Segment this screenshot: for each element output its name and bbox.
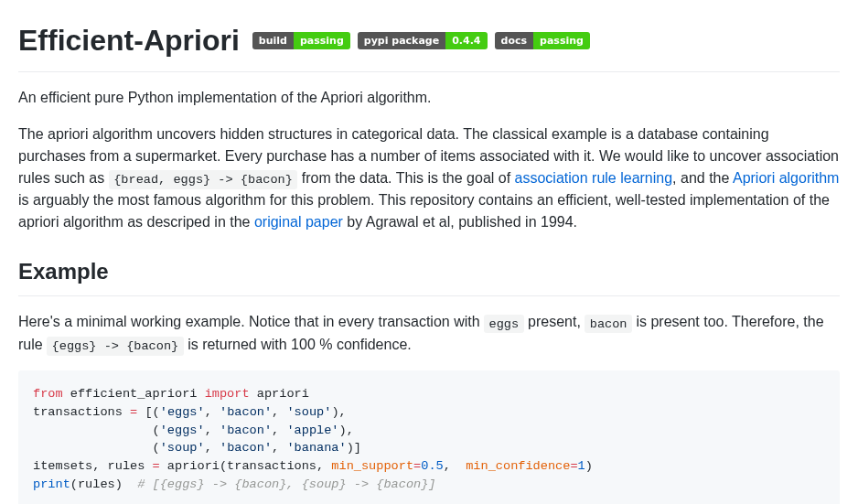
tok-fn-name: apriori	[250, 387, 309, 401]
tok-eq: =	[130, 405, 137, 419]
tok-indent: (	[33, 424, 160, 437]
tok-str: 'eggs'	[160, 424, 205, 437]
badge-build-status: passing	[294, 32, 350, 49]
tok-arg-mc: min_confidence	[466, 459, 570, 473]
tok-from: from	[33, 387, 63, 401]
tok-sep: ,	[272, 441, 286, 455]
tok-sep: ,	[272, 424, 286, 437]
ex-text-1: Here's a minimal working example. Notice…	[18, 314, 484, 329]
tok-var-trans: transactions	[33, 405, 130, 419]
ex-text-4: is returned with 100 % confidence.	[188, 337, 412, 352]
inline-code-bacon: bacon	[585, 315, 632, 333]
badge-docs-status: passing	[533, 32, 590, 49]
tok-eq: =	[153, 459, 160, 473]
tok-num: 1	[578, 459, 585, 473]
example-paragraph: Here's a minimal working example. Notice…	[18, 311, 840, 356]
link-apriori-algorithm[interactable]: Apriori algorithm	[733, 170, 839, 186]
badge-build-label: build	[252, 32, 294, 49]
intro-paragraph: An efficient pure Python implementation …	[18, 87, 840, 109]
example-heading: Example	[18, 255, 840, 296]
tok-str: 'bacon'	[220, 441, 272, 455]
tok-module: efficient_apriori	[63, 387, 205, 401]
desc-text-2: from the data. This is the goal of	[302, 170, 515, 186]
tok-print: print	[33, 477, 70, 491]
tok-call: apriori(transactions,	[160, 459, 332, 473]
badge-pypi[interactable]: pypi package 0.4.4	[358, 32, 488, 49]
title-text: Efficient-Apriori	[18, 18, 240, 62]
desc-text-5: by Agrawal et al, published in 1994.	[343, 214, 577, 230]
tok-str: 'eggs'	[160, 405, 205, 419]
tok-str: 'soup'	[286, 405, 331, 419]
page-title: Efficient-Apriori build passing pypi pac…	[18, 18, 840, 72]
code-block-example: from efficient_apriori import apriori tr…	[18, 370, 840, 504]
inline-code-rule: {bread, eggs} -> {bacon}	[109, 170, 298, 188]
inline-code-eggs: eggs	[484, 315, 524, 333]
readme-container: Efficient-Apriori build passing pypi pac…	[18, 18, 840, 504]
tok-str: 'bacon'	[220, 424, 272, 437]
tok-import: import	[205, 387, 250, 401]
description-paragraph: The apriori algorithm uncovers hidden st…	[18, 123, 840, 233]
tok-comment: # [{eggs} -> {bacon}, {soup} -> {bacon}]	[137, 477, 435, 491]
tok-close: ),	[339, 424, 354, 437]
tok-sep: ,	[205, 424, 220, 437]
badge-pypi-version: 0.4.4	[445, 32, 487, 49]
tok-arg-ms: min_support	[331, 459, 413, 473]
badge-pypi-label: pypi package	[358, 32, 445, 49]
tok-close-paren: )	[585, 459, 593, 473]
tok-print-arg: (rules)	[70, 477, 137, 491]
tok-close: ),	[331, 405, 346, 419]
tok-sep: ,	[272, 405, 286, 419]
tok-str: 'bacon'	[220, 405, 272, 419]
tok-str: 'apple'	[286, 424, 338, 437]
tok-close-list: )]	[347, 441, 361, 455]
tok-unpack: itemsets, rules	[33, 459, 153, 473]
tok-str: 'soup'	[160, 441, 205, 455]
tok-sep: ,	[205, 405, 220, 419]
tok-eq: =	[413, 459, 421, 473]
tok-eq: =	[570, 459, 577, 473]
badge-docs[interactable]: docs passing	[495, 32, 590, 49]
tok-sep: ,	[444, 459, 466, 473]
tok-str: 'banana'	[286, 441, 346, 455]
desc-text-3: , and the	[672, 170, 733, 186]
tok-num: 0.5	[421, 459, 443, 473]
tok-sep: ,	[205, 441, 220, 455]
badge-docs-label: docs	[495, 32, 534, 49]
link-association-rule-learning[interactable]: association rule learning	[515, 170, 673, 186]
tok-indent: (	[33, 441, 160, 455]
badge-build[interactable]: build passing	[252, 32, 350, 49]
link-original-paper[interactable]: original paper	[254, 214, 343, 230]
ex-text-2: present,	[528, 314, 585, 329]
tok-open-list: [(	[137, 405, 159, 419]
inline-code-rule2: {eggs} -> {bacon}	[47, 337, 184, 355]
